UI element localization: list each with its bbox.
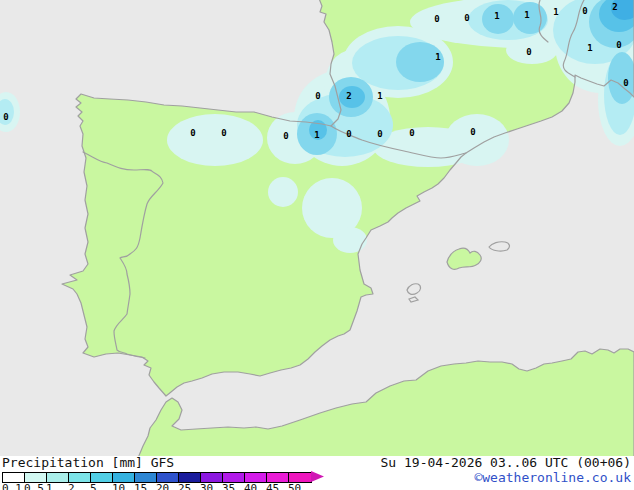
legend-color-segment — [47, 473, 69, 482]
legend-color-segment — [135, 473, 157, 482]
legend-tick-label: 45 — [266, 483, 279, 490]
legend-tick-label: 0.1 — [2, 483, 22, 490]
copyright-link[interactable]: ©weatheronline.co.uk — [474, 470, 631, 485]
legend-tick-label: 15 — [134, 483, 147, 490]
legend-color-segment — [201, 473, 223, 482]
legend-color-segment — [25, 473, 47, 482]
legend-color-segment — [223, 473, 245, 482]
precipitation-map: 001110210100002100010000 — [0, 0, 634, 456]
weather-map-screen: 001110210100002100010000 Precipitation [… — [0, 0, 634, 490]
map-canvas — [0, 0, 634, 456]
legend-footer: Precipitation [mm] GFS 0.10.512510152025… — [0, 456, 634, 490]
legend-color-segment — [179, 473, 201, 482]
legend-tick-label: 0.5 — [24, 483, 44, 490]
legend-title: Precipitation [mm] GFS — [2, 455, 174, 470]
legend-color-segment — [289, 473, 311, 482]
legend-tick-label: 35 — [222, 483, 235, 490]
legend-tick-label: 10 — [112, 483, 125, 490]
legend-color-segment — [3, 473, 25, 482]
legend-color-segment — [91, 473, 113, 482]
legend-tick-label: 2 — [68, 483, 75, 490]
legend-color-segment — [157, 473, 179, 482]
legend-tick-label: 25 — [178, 483, 191, 490]
legend-color-segment — [267, 473, 289, 482]
datetime-label: Su 19-04-2026 03..06 UTC (00+06) — [381, 455, 631, 470]
legend-tick-label: 50 — [288, 483, 301, 490]
legend-tick-label: 5 — [90, 483, 97, 490]
legend-color-segment — [69, 473, 91, 482]
legend-tick-label: 1 — [46, 483, 53, 490]
legend-color-segment — [113, 473, 135, 482]
legend-tick-label: 20 — [156, 483, 169, 490]
legend-tick-label: 40 — [244, 483, 257, 490]
legend-color-segment — [245, 473, 267, 482]
legend-tick-label: 30 — [200, 483, 213, 490]
